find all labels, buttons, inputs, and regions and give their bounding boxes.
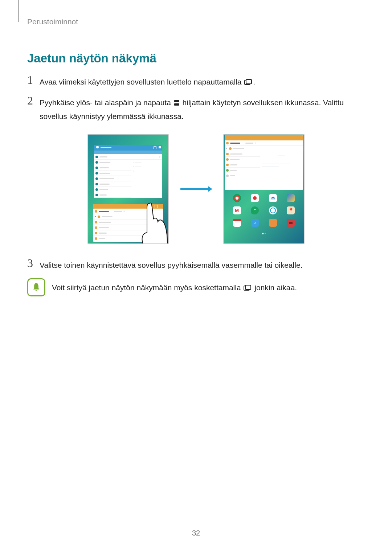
svg-rect-3 <box>174 103 179 106</box>
maps-icon: 📍 <box>287 206 295 214</box>
step-number: 2 <box>27 95 38 106</box>
note-text: Voit siirtyä jaetun näytön näkymään myös… <box>52 278 297 295</box>
note-bell-icon <box>27 278 45 296</box>
arrow-right-icon <box>180 185 212 193</box>
note: Voit siirtyä jaetun näytön näkymään myös… <box>27 278 365 296</box>
video-icon <box>287 219 295 227</box>
hand-gesture-icon <box>139 200 168 244</box>
step-2: 2 Pyyhkäise ylös- tai alaspäin ja napaut… <box>27 96 365 123</box>
svg-marker-5 <box>208 186 212 192</box>
step-1: 1 Avaa viimeksi käytettyjen sovellusten … <box>27 75 365 90</box>
step-text: Valitse toinen käynnistettävä sovellus p… <box>40 259 302 272</box>
page-number: 32 <box>0 529 392 537</box>
galaxy-apps-icon <box>287 194 295 202</box>
music-icon: ♪ <box>251 219 259 227</box>
page-indicator: ■ ▫ <box>224 232 304 235</box>
screenshot-split-result: + ▾ ───────── ──── ───────────────── <box>223 134 305 244</box>
figure: ⟳ ⌕ ───── ↘ ───── <box>27 134 365 244</box>
recent-apps-icon <box>244 77 252 90</box>
svg-rect-7 <box>245 285 251 290</box>
step-number: 3 <box>27 257 38 269</box>
step-text: Pyyhkäise ylös- tai alaspäin ja napauta … <box>40 96 365 123</box>
recent-apps-icon <box>244 282 252 295</box>
step-text: Avaa viimeksi käytettyjen sovellusten lu… <box>40 75 255 90</box>
svg-rect-2 <box>174 100 179 102</box>
chrome-icon <box>233 194 241 202</box>
myfiles-icon <box>269 219 277 227</box>
internet-icon <box>269 206 277 214</box>
calendar-icon <box>233 219 241 227</box>
chapter-title: Perustoiminnot <box>27 17 365 26</box>
drive-icon: ◓ <box>269 194 277 202</box>
hangouts-icon: ❝ <box>251 206 259 214</box>
gmail-icon: M <box>233 206 241 214</box>
section-title: Jaetun näytön näkymä <box>27 52 365 65</box>
step-number: 1 <box>27 74 38 86</box>
split-screen-icon <box>174 97 180 110</box>
recorder-icon <box>251 194 259 202</box>
step-3: 3 Valitse toinen käynnistettävä sovellus… <box>27 259 365 272</box>
screenshot-recent-apps: ⟳ ⌕ ───── ↘ ───── <box>87 134 169 244</box>
app-grid: ◓ M ❝ 📍 ♪ <box>224 190 304 230</box>
svg-rect-1 <box>246 79 252 84</box>
